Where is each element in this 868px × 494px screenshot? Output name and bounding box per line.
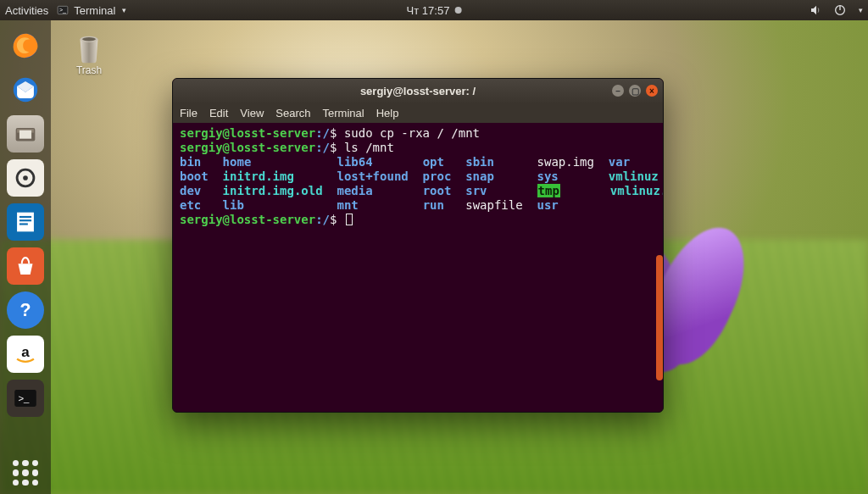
menu-help[interactable]: Help bbox=[376, 107, 399, 119]
cursor-icon bbox=[346, 214, 353, 225]
ls-entry: sbin bbox=[465, 155, 494, 169]
dock-files[interactable] bbox=[7, 115, 44, 153]
prompt-path: / bbox=[323, 213, 330, 226]
ls-entry: var bbox=[609, 155, 630, 169]
dock-software[interactable] bbox=[7, 247, 44, 285]
window-titlebar[interactable]: sergiy@losst-server: / – ▢ × bbox=[173, 79, 663, 103]
prompt-path: / bbox=[323, 141, 330, 154]
trash-icon bbox=[71, 29, 107, 64]
help-icon: ? bbox=[11, 296, 40, 325]
ls-entry: lib bbox=[223, 198, 244, 212]
prompt-colon: : bbox=[315, 213, 322, 226]
dock-rhythmbox[interactable] bbox=[7, 159, 44, 197]
ls-entry: lost+found bbox=[337, 169, 408, 183]
terminal-window: sergiy@losst-server: / – ▢ × File Edit V… bbox=[172, 78, 664, 413]
ls-entry: lib64 bbox=[337, 155, 372, 169]
ls-entry: media bbox=[337, 184, 372, 197]
svg-rect-13 bbox=[19, 216, 31, 218]
ls-entry: vmlinuz.old bbox=[610, 184, 664, 197]
svg-rect-14 bbox=[19, 219, 31, 221]
notification-dot-icon bbox=[454, 7, 461, 14]
prompt-colon: : bbox=[315, 141, 322, 154]
rhythmbox-icon bbox=[11, 164, 40, 192]
prompt-dollar: $ bbox=[330, 213, 337, 226]
dock-firefox[interactable] bbox=[7, 27, 44, 64]
volume-icon[interactable] bbox=[810, 3, 823, 17]
files-icon bbox=[11, 119, 40, 148]
ls-entry: root bbox=[423, 184, 452, 197]
chevron-down-icon[interactable]: ▾ bbox=[859, 6, 863, 14]
ls-entry: dev bbox=[180, 184, 201, 197]
activities-button[interactable]: Activities bbox=[5, 4, 48, 17]
prompt-dollar: $ bbox=[330, 141, 337, 154]
terminal-scrollbar[interactable] bbox=[656, 255, 663, 380]
menu-search[interactable]: Search bbox=[275, 107, 310, 119]
terminal-output[interactable]: sergiy@losst-server:/$ sudo cp -rxa / /m… bbox=[173, 123, 663, 412]
firefox-icon bbox=[11, 31, 40, 60]
ls-entry: boot bbox=[180, 169, 209, 183]
ls-entry: opt bbox=[423, 155, 444, 169]
prompt-user: sergiy@losst-server bbox=[180, 213, 315, 226]
prompt-path: / bbox=[323, 126, 330, 140]
active-app-menu[interactable]: >_ Terminal ▾ bbox=[57, 4, 126, 17]
command-2: ls /mnt bbox=[344, 141, 394, 154]
dock-help[interactable]: ? bbox=[7, 291, 44, 329]
ls-entry: etc bbox=[180, 198, 201, 212]
terminal-menubar: File Edit View Search Terminal Help bbox=[173, 103, 663, 123]
top-bar: Activities >_ Terminal ▾ Чт 17:57 ▾ bbox=[0, 0, 868, 20]
prompt-user: sergiy@losst-server bbox=[180, 141, 315, 154]
svg-rect-12 bbox=[17, 213, 34, 232]
svg-text:?: ? bbox=[20, 300, 31, 320]
ls-entry: sys bbox=[537, 169, 558, 183]
prompt-colon: : bbox=[315, 126, 322, 140]
prompt-user: sergiy@losst-server bbox=[180, 126, 315, 140]
ls-entry: usr bbox=[537, 198, 559, 212]
terminal-icon: >_ bbox=[11, 384, 40, 413]
command-1: sudo cp -rxa / /mnt bbox=[344, 126, 480, 140]
menu-edit[interactable]: Edit bbox=[209, 107, 228, 119]
ls-entry: initrd.img.old bbox=[223, 184, 323, 197]
window-minimize-button[interactable]: – bbox=[612, 85, 624, 97]
dock-amazon[interactable]: a bbox=[7, 336, 44, 373]
dock-writer[interactable] bbox=[7, 203, 44, 241]
window-maximize-button[interactable]: ▢ bbox=[629, 85, 641, 97]
ls-entry: vmlinuz bbox=[609, 169, 659, 183]
window-close-button[interactable]: × bbox=[646, 85, 658, 97]
svg-rect-15 bbox=[19, 223, 28, 225]
power-icon[interactable] bbox=[833, 3, 847, 17]
software-icon bbox=[11, 252, 40, 280]
ls-entry: tmp bbox=[537, 184, 560, 197]
svg-text:a: a bbox=[21, 344, 30, 360]
show-applications-button[interactable] bbox=[0, 460, 51, 486]
thunderbird-icon bbox=[11, 75, 40, 104]
menu-file[interactable]: File bbox=[180, 107, 198, 119]
amazon-icon: a bbox=[11, 340, 40, 369]
svg-point-11 bbox=[23, 175, 28, 180]
ls-entry: swapfile bbox=[465, 198, 522, 212]
menu-terminal[interactable]: Terminal bbox=[323, 107, 364, 119]
trash-label: Trash bbox=[76, 64, 102, 76]
writer-icon bbox=[11, 208, 40, 236]
ls-entry: srv bbox=[465, 184, 487, 197]
window-title: sergiy@losst-server: / bbox=[360, 85, 476, 97]
svg-point-21 bbox=[82, 37, 96, 41]
ls-entry: swap.img bbox=[537, 155, 594, 169]
ls-entry: snap bbox=[465, 169, 494, 183]
desktop-trash[interactable]: Trash bbox=[64, 29, 114, 76]
chevron-down-icon: ▾ bbox=[122, 6, 126, 14]
ls-entry: bin bbox=[180, 155, 201, 169]
ls-entry: run bbox=[423, 198, 444, 212]
ls-entry: proc bbox=[423, 169, 452, 183]
svg-text:>_: >_ bbox=[19, 393, 31, 403]
ls-entry: home bbox=[223, 155, 252, 169]
dock-thunderbird[interactable] bbox=[7, 71, 44, 108]
prompt-dollar: $ bbox=[330, 126, 337, 140]
clock[interactable]: Чт 17:57 bbox=[407, 4, 450, 17]
menu-view[interactable]: View bbox=[240, 107, 264, 119]
svg-text:>_: >_ bbox=[59, 7, 66, 14]
terminal-icon: >_ bbox=[57, 4, 69, 16]
dock-terminal[interactable]: >_ bbox=[7, 380, 44, 417]
apps-grid-icon bbox=[13, 460, 38, 486]
ls-entry: mnt bbox=[337, 198, 358, 212]
ls-entry: initrd.img bbox=[223, 169, 294, 183]
